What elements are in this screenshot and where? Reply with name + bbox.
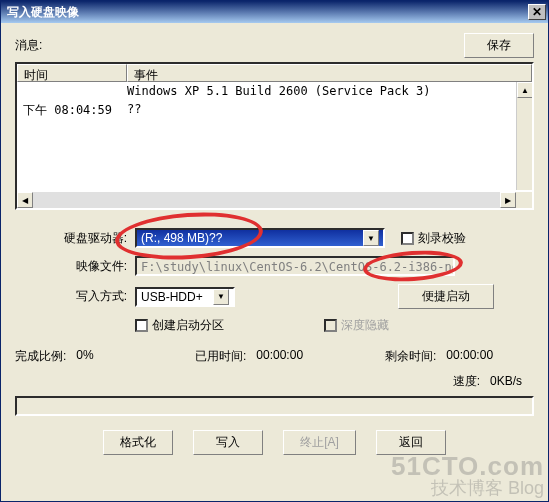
scroll-right-icon[interactable]: ▶ <box>500 192 516 208</box>
scroll-left-icon[interactable]: ◀ <box>17 192 33 208</box>
scroll-up-icon[interactable]: ▲ <box>517 82 533 98</box>
deep-hide-label: 深度隐藏 <box>341 317 389 334</box>
titlebar: 写入硬盘映像 ✕ <box>1 1 548 23</box>
speed-row: 速度: 0KB/s <box>15 373 522 390</box>
create-partition-label: 创建启动分区 <box>152 317 224 334</box>
write-method-select[interactable]: USB-HDD+ ▼ <box>135 287 235 307</box>
image-file-label: 映像文件: <box>15 258 135 275</box>
log-header: 时间 事件 <box>17 64 532 82</box>
col-time[interactable]: 时间 <box>17 64 127 82</box>
message-label: 消息: <box>15 37 42 54</box>
quickboot-button[interactable]: 便捷启动 <box>398 284 494 309</box>
format-button[interactable]: 格式化 <box>103 430 173 455</box>
list-item[interactable]: Windows XP 5.1 Build 2600 (Service Pack … <box>17 82 532 100</box>
log-listview[interactable]: 时间 事件 Windows XP 5.1 Build 2600 (Service… <box>15 62 534 210</box>
image-file-field: F:\study\linux\CentOS-6.2\CentOS-6.2-i38… <box>135 256 455 276</box>
write-button[interactable]: 写入 <box>193 430 263 455</box>
vertical-scrollbar[interactable]: ▲ <box>516 82 532 190</box>
create-partition-checkbox[interactable] <box>135 319 148 332</box>
list-item[interactable]: 下午 08:04:59 ?? <box>17 100 532 121</box>
col-event[interactable]: 事件 <box>127 64 532 82</box>
drive-label: 硬盘驱动器: <box>15 230 135 247</box>
window-title: 写入硬盘映像 <box>7 4 528 21</box>
verify-label: 刻录校验 <box>418 230 466 247</box>
write-method-label: 写入方式: <box>15 288 135 305</box>
verify-checkbox[interactable] <box>401 232 414 245</box>
save-button[interactable]: 保存 <box>464 33 534 58</box>
drive-select[interactable]: (R:, 498 MB)?? ▼ <box>135 228 385 248</box>
horizontal-scrollbar[interactable]: ◀ ▶ <box>17 192 516 208</box>
deep-hide-checkbox <box>324 319 337 332</box>
close-button[interactable]: ✕ <box>528 4 546 20</box>
progress-bar <box>15 396 534 416</box>
back-button[interactable]: 返回 <box>376 430 446 455</box>
stats-row: 完成比例:0% 已用时间:00:00:00 剩余时间:00:00:00 <box>15 348 534 365</box>
abort-button: 终止[A] <box>283 430 356 455</box>
chevron-down-icon: ▼ <box>213 289 229 305</box>
chevron-down-icon: ▼ <box>363 230 379 246</box>
write-disk-image-dialog: 写入硬盘映像 ✕ 消息: 保存 时间 事件 Windows XP 5.1 Bui… <box>0 0 549 502</box>
